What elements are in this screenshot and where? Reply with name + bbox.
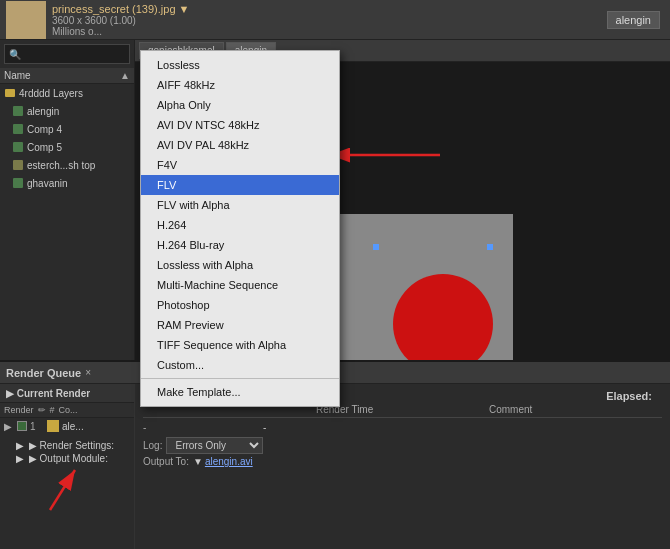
search-input[interactable] (23, 49, 125, 60)
rq-comp-name: ale... (62, 421, 84, 432)
selection-handle (373, 244, 379, 250)
red-circle (393, 274, 493, 374)
rq-col-num: # (50, 405, 55, 415)
file-name[interactable]: princess_secret (139).jpg ▼ (52, 3, 607, 15)
rq-render-settings-row: ▶ ▶ Render Settings: ▶ ▶ Output Module: (0, 438, 134, 466)
rq-color-box (47, 420, 59, 432)
rq-left-panel: ▶ Current Render Render ✏ # Co... ▶ 1 al… (0, 384, 135, 549)
rq-table: Render Time Comment - - (143, 404, 662, 434)
layer-name: 4rdddd Layers (19, 88, 83, 99)
search-icon: 🔍 (9, 49, 21, 60)
layer-item-comp4[interactable]: Comp 4 (0, 120, 134, 138)
layer-item-4rdddd[interactable]: 4rdddd Layers (0, 84, 134, 102)
dropdown-item-photoshop[interactable]: Photoshop (141, 295, 339, 315)
layer-item-ghavanin[interactable]: ghavanin (0, 174, 134, 192)
file-dims: 3600 x 3600 (1.00) (52, 15, 607, 26)
dropdown-item-flv-alpha[interactable]: FLV with Alpha (141, 195, 339, 215)
elapsed-label: Elapsed: (606, 390, 652, 402)
rq-right-panel: Elapsed: Render Time Comment - - Log: Er… (135, 384, 670, 549)
dropdown-item-tiff-seq[interactable]: TIFF Sequence with Alpha (141, 335, 339, 355)
log-row: Log: Errors Only Plus Settings Per Frame… (143, 437, 662, 454)
search-bar[interactable]: 🔍 (4, 44, 130, 64)
output-file-link[interactable]: alengin.avi (205, 456, 253, 467)
dropdown-item-lossless[interactable]: Lossless (141, 55, 339, 75)
output-module-dropdown: Lossless AIFF 48kHz Alpha Only AVI DV NT… (140, 50, 340, 407)
dropdown-item-make-template[interactable]: Make Template... (141, 382, 339, 402)
rq-render-time-value: - (263, 422, 662, 433)
dropdown-item-alpha-only[interactable]: Alpha Only (141, 95, 339, 115)
layer-name: alengin (27, 106, 59, 117)
dropdown-item-aiff[interactable]: AIFF 48kHz (141, 75, 339, 95)
dropdown-separator (141, 378, 339, 379)
file-info: princess_secret (139).jpg ▼ 3600 x 3600 … (52, 3, 607, 37)
dropdown-item-custom[interactable]: Custom... (141, 355, 339, 375)
dropdown-item-h264[interactable]: H.264 (141, 215, 339, 235)
log-select[interactable]: Errors Only Plus Settings Per Frame Info… (166, 437, 263, 454)
layer-item-alengin[interactable]: alengin (0, 102, 134, 120)
panel-name-label: Name (4, 70, 120, 81)
selection-handle (487, 244, 493, 250)
sort-icon[interactable]: ▲ (120, 70, 130, 81)
layer-name: esterch...sh top (27, 160, 95, 171)
current-render-label[interactable]: ▶ Current Render (6, 388, 90, 399)
expand-icon: ▶ (16, 453, 24, 464)
rq-body: ▶ Current Render Render ✏ # Co... ▶ 1 al… (0, 384, 670, 549)
rq-data-row: - - (143, 421, 662, 434)
rq-col-render: Render (4, 405, 34, 415)
render-settings-label[interactable]: ▶ ▶ Render Settings: (16, 440, 114, 451)
dropdown-item-lossless-alpha[interactable]: Lossless with Alpha (141, 255, 339, 275)
dropdown-item-ram-preview[interactable]: RAM Preview (141, 315, 339, 335)
dropdown-item-avi-pal[interactable]: AVI DV PAL 48kHz (141, 135, 339, 155)
comp-icon (12, 141, 24, 153)
folder-icon (4, 87, 16, 99)
output-to-label: Output To: (143, 456, 189, 467)
dropdown-item-h264-bluray[interactable]: H.264 Blu-ray (141, 235, 339, 255)
panel-header: Name ▲ (0, 68, 134, 84)
layer-item-comp5[interactable]: Comp 5 (0, 138, 134, 156)
dropdown-item-f4v[interactable]: F4V (141, 155, 339, 175)
rq-th-render-time: Render Time (316, 404, 489, 415)
user-badge: alengin (607, 11, 660, 29)
rq-expand-arrow[interactable]: ▶ (4, 421, 12, 432)
dropdown-item-multi-machine[interactable]: Multi-Machine Sequence (141, 275, 339, 295)
rq-row: ▶ 1 ale... (0, 418, 134, 434)
file-thumbnail (6, 1, 46, 39)
expand-icon: ▶ (16, 440, 24, 451)
rq-render-num: 1 (30, 421, 44, 432)
rq-checkbox[interactable] (17, 421, 27, 431)
output-dropdown-arrow[interactable]: ▼ (193, 456, 203, 467)
layer-name: ghavanin (27, 178, 68, 189)
output-row: Output To: ▼ alengin.avi (143, 456, 662, 467)
rq-column-headers: Render ✏ # Co... (0, 403, 134, 418)
layer-item-esterch[interactable]: esterch...sh top (0, 156, 134, 174)
layer-name: Comp 4 (27, 124, 62, 135)
file-extra: Millions o... (52, 26, 607, 37)
top-bar: princess_secret (139).jpg ▼ 3600 x 3600 … (0, 0, 670, 40)
rq-close-button[interactable]: × (85, 367, 91, 378)
layer-name: Comp 5 (27, 142, 62, 153)
current-render-section: ▶ Current Render (0, 384, 134, 403)
comp-icon (12, 123, 24, 135)
output-module-label[interactable]: ▶ ▶ Output Module: (16, 453, 108, 464)
rq-th-comment: Comment (489, 404, 662, 415)
rq-dash-label: - (143, 422, 263, 433)
dropdown-item-flv[interactable]: FLV (141, 175, 339, 195)
footage-icon (12, 159, 24, 171)
dropdown-item-avi-ntsc[interactable]: AVI DV NTSC 48kHz (141, 115, 339, 135)
rq-col-comp: Co... (59, 405, 78, 415)
comp-icon (12, 177, 24, 189)
rq-title: Render Queue (6, 367, 81, 379)
rq-col-edit: ✏ (38, 405, 46, 415)
comp-icon (12, 105, 24, 117)
log-label: Log: (143, 440, 162, 451)
